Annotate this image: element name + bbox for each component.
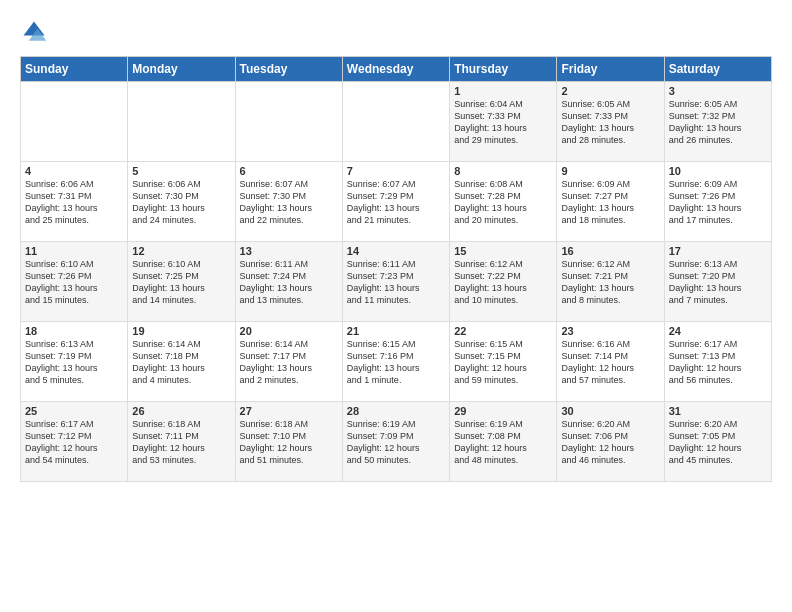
day-info: Sunrise: 6:18 AM Sunset: 7:11 PM Dayligh… — [132, 418, 230, 467]
day-number: 20 — [240, 325, 338, 337]
day-number: 26 — [132, 405, 230, 417]
day-info: Sunrise: 6:13 AM Sunset: 7:20 PM Dayligh… — [669, 258, 767, 307]
day-info: Sunrise: 6:04 AM Sunset: 7:33 PM Dayligh… — [454, 98, 552, 147]
day-cell: 15Sunrise: 6:12 AM Sunset: 7:22 PM Dayli… — [450, 242, 557, 322]
day-info: Sunrise: 6:11 AM Sunset: 7:23 PM Dayligh… — [347, 258, 445, 307]
day-cell: 22Sunrise: 6:15 AM Sunset: 7:15 PM Dayli… — [450, 322, 557, 402]
day-cell: 1Sunrise: 6:04 AM Sunset: 7:33 PM Daylig… — [450, 82, 557, 162]
day-number: 29 — [454, 405, 552, 417]
day-cell: 6Sunrise: 6:07 AM Sunset: 7:30 PM Daylig… — [235, 162, 342, 242]
day-cell: 3Sunrise: 6:05 AM Sunset: 7:32 PM Daylig… — [664, 82, 771, 162]
day-number: 2 — [561, 85, 659, 97]
day-info: Sunrise: 6:06 AM Sunset: 7:30 PM Dayligh… — [132, 178, 230, 227]
day-cell: 16Sunrise: 6:12 AM Sunset: 7:21 PM Dayli… — [557, 242, 664, 322]
day-number: 30 — [561, 405, 659, 417]
day-cell — [128, 82, 235, 162]
day-info: Sunrise: 6:17 AM Sunset: 7:13 PM Dayligh… — [669, 338, 767, 387]
day-cell: 8Sunrise: 6:08 AM Sunset: 7:28 PM Daylig… — [450, 162, 557, 242]
day-info: Sunrise: 6:10 AM Sunset: 7:26 PM Dayligh… — [25, 258, 123, 307]
day-cell: 29Sunrise: 6:19 AM Sunset: 7:08 PM Dayli… — [450, 402, 557, 482]
weekday-header-row: SundayMondayTuesdayWednesdayThursdayFrid… — [21, 57, 772, 82]
day-info: Sunrise: 6:10 AM Sunset: 7:25 PM Dayligh… — [132, 258, 230, 307]
day-cell: 26Sunrise: 6:18 AM Sunset: 7:11 PM Dayli… — [128, 402, 235, 482]
day-number: 13 — [240, 245, 338, 257]
day-number: 24 — [669, 325, 767, 337]
weekday-friday: Friday — [557, 57, 664, 82]
day-cell: 27Sunrise: 6:18 AM Sunset: 7:10 PM Dayli… — [235, 402, 342, 482]
day-cell: 25Sunrise: 6:17 AM Sunset: 7:12 PM Dayli… — [21, 402, 128, 482]
day-number: 6 — [240, 165, 338, 177]
day-info: Sunrise: 6:15 AM Sunset: 7:16 PM Dayligh… — [347, 338, 445, 387]
day-info: Sunrise: 6:20 AM Sunset: 7:05 PM Dayligh… — [669, 418, 767, 467]
day-number: 17 — [669, 245, 767, 257]
day-cell: 31Sunrise: 6:20 AM Sunset: 7:05 PM Dayli… — [664, 402, 771, 482]
day-number: 25 — [25, 405, 123, 417]
day-cell: 12Sunrise: 6:10 AM Sunset: 7:25 PM Dayli… — [128, 242, 235, 322]
day-info: Sunrise: 6:07 AM Sunset: 7:29 PM Dayligh… — [347, 178, 445, 227]
day-cell — [342, 82, 449, 162]
day-cell: 7Sunrise: 6:07 AM Sunset: 7:29 PM Daylig… — [342, 162, 449, 242]
day-cell: 2Sunrise: 6:05 AM Sunset: 7:33 PM Daylig… — [557, 82, 664, 162]
day-number: 27 — [240, 405, 338, 417]
day-cell — [21, 82, 128, 162]
day-number: 4 — [25, 165, 123, 177]
day-number: 8 — [454, 165, 552, 177]
day-number: 21 — [347, 325, 445, 337]
day-cell: 19Sunrise: 6:14 AM Sunset: 7:18 PM Dayli… — [128, 322, 235, 402]
day-number: 7 — [347, 165, 445, 177]
day-cell: 9Sunrise: 6:09 AM Sunset: 7:27 PM Daylig… — [557, 162, 664, 242]
day-info: Sunrise: 6:13 AM Sunset: 7:19 PM Dayligh… — [25, 338, 123, 387]
day-cell: 5Sunrise: 6:06 AM Sunset: 7:30 PM Daylig… — [128, 162, 235, 242]
day-info: Sunrise: 6:07 AM Sunset: 7:30 PM Dayligh… — [240, 178, 338, 227]
day-number: 11 — [25, 245, 123, 257]
day-cell: 11Sunrise: 6:10 AM Sunset: 7:26 PM Dayli… — [21, 242, 128, 322]
week-row-2: 4Sunrise: 6:06 AM Sunset: 7:31 PM Daylig… — [21, 162, 772, 242]
weekday-thursday: Thursday — [450, 57, 557, 82]
week-row-1: 1Sunrise: 6:04 AM Sunset: 7:33 PM Daylig… — [21, 82, 772, 162]
day-info: Sunrise: 6:05 AM Sunset: 7:33 PM Dayligh… — [561, 98, 659, 147]
day-number: 19 — [132, 325, 230, 337]
logo — [20, 18, 52, 46]
day-cell: 4Sunrise: 6:06 AM Sunset: 7:31 PM Daylig… — [21, 162, 128, 242]
day-cell: 10Sunrise: 6:09 AM Sunset: 7:26 PM Dayli… — [664, 162, 771, 242]
day-info: Sunrise: 6:14 AM Sunset: 7:18 PM Dayligh… — [132, 338, 230, 387]
day-cell: 18Sunrise: 6:13 AM Sunset: 7:19 PM Dayli… — [21, 322, 128, 402]
day-number: 31 — [669, 405, 767, 417]
day-cell: 13Sunrise: 6:11 AM Sunset: 7:24 PM Dayli… — [235, 242, 342, 322]
day-info: Sunrise: 6:09 AM Sunset: 7:26 PM Dayligh… — [669, 178, 767, 227]
day-number: 22 — [454, 325, 552, 337]
day-info: Sunrise: 6:06 AM Sunset: 7:31 PM Dayligh… — [25, 178, 123, 227]
header — [20, 18, 772, 46]
day-info: Sunrise: 6:19 AM Sunset: 7:09 PM Dayligh… — [347, 418, 445, 467]
weekday-monday: Monday — [128, 57, 235, 82]
day-number: 3 — [669, 85, 767, 97]
day-cell: 20Sunrise: 6:14 AM Sunset: 7:17 PM Dayli… — [235, 322, 342, 402]
day-cell: 28Sunrise: 6:19 AM Sunset: 7:09 PM Dayli… — [342, 402, 449, 482]
day-number: 16 — [561, 245, 659, 257]
day-cell: 14Sunrise: 6:11 AM Sunset: 7:23 PM Dayli… — [342, 242, 449, 322]
day-cell: 23Sunrise: 6:16 AM Sunset: 7:14 PM Dayli… — [557, 322, 664, 402]
calendar-table: SundayMondayTuesdayWednesdayThursdayFrid… — [20, 56, 772, 482]
day-number: 28 — [347, 405, 445, 417]
week-row-5: 25Sunrise: 6:17 AM Sunset: 7:12 PM Dayli… — [21, 402, 772, 482]
day-number: 12 — [132, 245, 230, 257]
day-number: 23 — [561, 325, 659, 337]
weekday-tuesday: Tuesday — [235, 57, 342, 82]
day-number: 5 — [132, 165, 230, 177]
day-cell: 21Sunrise: 6:15 AM Sunset: 7:16 PM Dayli… — [342, 322, 449, 402]
day-info: Sunrise: 6:20 AM Sunset: 7:06 PM Dayligh… — [561, 418, 659, 467]
weekday-sunday: Sunday — [21, 57, 128, 82]
day-cell — [235, 82, 342, 162]
day-info: Sunrise: 6:08 AM Sunset: 7:28 PM Dayligh… — [454, 178, 552, 227]
day-number: 15 — [454, 245, 552, 257]
day-info: Sunrise: 6:17 AM Sunset: 7:12 PM Dayligh… — [25, 418, 123, 467]
day-cell: 17Sunrise: 6:13 AM Sunset: 7:20 PM Dayli… — [664, 242, 771, 322]
day-info: Sunrise: 6:09 AM Sunset: 7:27 PM Dayligh… — [561, 178, 659, 227]
week-row-4: 18Sunrise: 6:13 AM Sunset: 7:19 PM Dayli… — [21, 322, 772, 402]
day-number: 14 — [347, 245, 445, 257]
weekday-wednesday: Wednesday — [342, 57, 449, 82]
week-row-3: 11Sunrise: 6:10 AM Sunset: 7:26 PM Dayli… — [21, 242, 772, 322]
day-info: Sunrise: 6:05 AM Sunset: 7:32 PM Dayligh… — [669, 98, 767, 147]
day-info: Sunrise: 6:18 AM Sunset: 7:10 PM Dayligh… — [240, 418, 338, 467]
day-info: Sunrise: 6:19 AM Sunset: 7:08 PM Dayligh… — [454, 418, 552, 467]
